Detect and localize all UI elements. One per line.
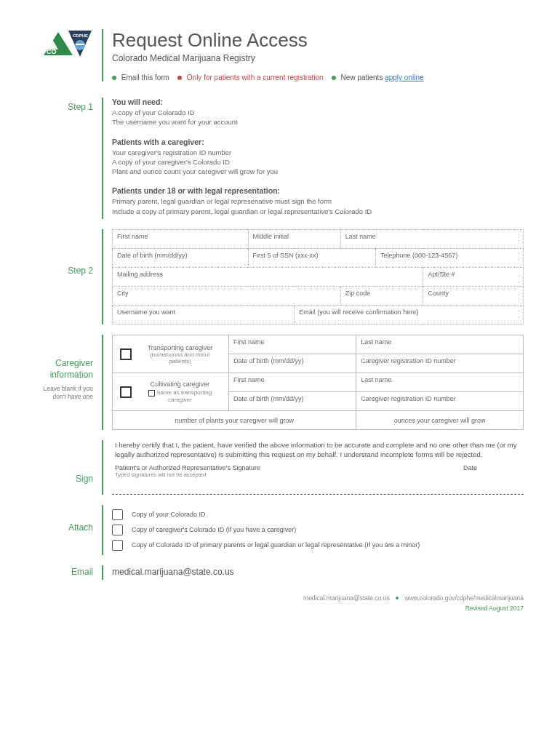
- patient-info-table: First name Middle initial Last name Date…: [112, 229, 524, 324]
- cdphe-logo-icon: CDPHE CO: [42, 29, 93, 67]
- attach-item-label: Copy of Colorado ID of primary parents o…: [132, 541, 420, 549]
- apply-online-link[interactable]: apply online: [385, 73, 423, 81]
- attach-checkbox[interactable]: [112, 525, 123, 535]
- sign-label: Sign: [36, 474, 93, 484]
- caregiver-line: A copy of your caregiver's Colorado ID: [112, 157, 524, 167]
- email-section: Email medical.marijuana@state.co.us: [36, 565, 524, 580]
- ssn-field[interactable]: First 5 of SSN (xxx-xx): [248, 249, 375, 268]
- footer-url: www.colorado.gov/cdphe/medicalmarijuana: [405, 594, 524, 602]
- svg-rect-6: [76, 44, 84, 45]
- caregiver-block: Patients with a caregiver: Your caregive…: [112, 138, 524, 177]
- under18-block: Patients under 18 or with legal represen…: [112, 186, 524, 216]
- zip-field[interactable]: Zip code: [340, 287, 423, 306]
- sign-content: I hereby certify that I, the patient, ha…: [112, 440, 524, 495]
- step1-content: You will need: A copy of your Colorado I…: [112, 97, 524, 219]
- same-as-label: Same as transporting caregiver: [156, 389, 212, 402]
- cultivating-last-name-field[interactable]: Last name: [356, 373, 524, 392]
- bullet-email-form: Email this form: [121, 73, 169, 81]
- transporting-dob-field[interactable]: Date of birth (mm/dd/yy): [229, 354, 356, 373]
- under18-line: Primary parent, legal guardian or legal …: [112, 196, 524, 206]
- step1-section: Step 1 You will need: A copy of your Col…: [36, 97, 524, 219]
- middle-initial-field[interactable]: Middle initial: [248, 230, 340, 249]
- county-field[interactable]: County: [423, 287, 524, 306]
- caregiver-section: Caregiver information Leave blank if you…: [36, 335, 524, 430]
- caregiver-sublabel: Leave blank if you don't have one: [36, 385, 93, 401]
- vertical-divider: [102, 565, 103, 580]
- under18-heading: Patients under 18 or with legal represen…: [112, 186, 524, 195]
- need-line: The username you want for your account: [112, 117, 524, 127]
- transporting-checkbox[interactable]: [120, 348, 132, 360]
- attach-section: Attach Copy of your Colorado ID Copy of …: [36, 505, 524, 555]
- transporting-title: Transporting caregiver: [139, 344, 221, 351]
- username-field[interactable]: Username you want: [113, 306, 295, 324]
- plants-field[interactable]: number of plants your caregiver will gro…: [113, 411, 356, 430]
- apt-field[interactable]: Apt/Ste #: [423, 268, 524, 287]
- page-footer: medical.marijuana@state.co.us www.colora…: [36, 594, 524, 612]
- attach-label: Attach: [36, 522, 93, 533]
- attach-item: Copy of caregiver's Colorado ID (if you …: [112, 525, 524, 535]
- attach-checkbox[interactable]: [112, 509, 123, 520]
- header-bullets: Email this form Only for patients with a…: [112, 73, 524, 81]
- bullet-current-only: Only for patients with a current registr…: [187, 73, 324, 81]
- vertical-divider: [102, 335, 103, 430]
- same-as-checkbox[interactable]: [148, 390, 155, 397]
- caregiver-table: Transporting caregiver (homebound and mi…: [112, 335, 524, 430]
- cultivating-regid-field[interactable]: Caregiver registration ID number: [356, 392, 524, 411]
- page-title: Request Online Access: [112, 29, 524, 52]
- step2-label: Step 2: [36, 266, 93, 276]
- attach-item: Copy of Colorado ID of primary parents o…: [112, 540, 524, 551]
- attach-item: Copy of your Colorado ID: [112, 509, 524, 520]
- svg-text:CO: CO: [47, 48, 57, 55]
- transporting-sub: (homebound and minor patients): [139, 351, 221, 364]
- bullet-new-patients-prefix: New patients: [341, 73, 385, 81]
- signature-label: Patient's or Authorized Representative's…: [115, 464, 260, 471]
- email-content: medical.marijuana@state.co.us: [112, 565, 524, 580]
- transporting-first-name-field[interactable]: First name: [229, 335, 356, 354]
- email-label: Email: [36, 567, 93, 577]
- step2-section: Step 2 First name Middle initial Last na…: [36, 229, 524, 324]
- sign-label-col: Sign: [36, 440, 102, 495]
- last-name-field[interactable]: Last name: [340, 230, 523, 249]
- page-subtitle: Colorado Medical Marijuana Registry: [112, 53, 524, 63]
- city-field[interactable]: City: [113, 287, 341, 306]
- caregiver-label: Caregiver information: [36, 358, 93, 381]
- attach-item-label: Copy of caregiver's Colorado ID (if you …: [132, 526, 296, 533]
- step1-label-col: Step 1: [36, 97, 102, 219]
- vertical-divider: [102, 229, 103, 324]
- attach-checkbox[interactable]: [112, 540, 123, 551]
- step2-content: First name Middle initial Last name Date…: [112, 229, 524, 324]
- cultivating-first-name-field[interactable]: First name: [229, 373, 356, 392]
- cultivating-caregiver-cell: Cultivating caregiver Same as transporti…: [113, 373, 229, 411]
- cultivating-title: Cultivating caregiver: [139, 381, 221, 388]
- email-address: medical.marijuana@state.co.us: [112, 565, 524, 577]
- transporting-regid-field[interactable]: Caregiver registration ID number: [356, 354, 524, 373]
- need-line: A copy of your Colorado ID: [112, 108, 524, 117]
- bullet-dot-icon: [112, 76, 116, 80]
- mailing-address-field[interactable]: Mailing address: [113, 268, 423, 287]
- signature-line[interactable]: [112, 494, 524, 495]
- email-label-col: Email: [36, 565, 102, 580]
- ounces-field[interactable]: ounces your caregiver will grow: [356, 411, 524, 430]
- date-label: Date: [463, 464, 477, 471]
- dob-field[interactable]: Date of birth (mm/dd/yy): [113, 249, 249, 268]
- transporting-last-name-field[interactable]: Last name: [356, 335, 524, 354]
- bullet-dot-icon: [177, 76, 182, 80]
- caregiver-heading: Patients with a caregiver:: [112, 138, 524, 146]
- phone-field[interactable]: Telephone (000-123-4567): [376, 249, 524, 268]
- vertical-divider: [102, 505, 103, 555]
- signature-note: Typed signatures will not be accepted: [112, 471, 524, 478]
- footer-dot-icon: [396, 597, 399, 599]
- email-field[interactable]: Email (you will receive confirmation her…: [295, 306, 524, 324]
- under18-line: Include a copy of primary parent, legal …: [112, 207, 524, 216]
- first-name-field[interactable]: First name: [113, 230, 249, 249]
- attach-label-col: Attach: [36, 505, 102, 555]
- cultivating-checkbox[interactable]: [120, 386, 132, 398]
- you-will-need-block: You will need: A copy of your Colorado I…: [112, 97, 524, 127]
- attach-item-label: Copy of your Colorado ID: [132, 511, 206, 518]
- transporting-caregiver-cell: Transporting caregiver (homebound and mi…: [113, 335, 229, 373]
- cultivating-dob-field[interactable]: Date of birth (mm/dd/yy): [229, 392, 356, 411]
- caregiver-label-col: Caregiver information Leave blank if you…: [36, 335, 102, 430]
- logo-column: CDPHE CO: [36, 29, 102, 67]
- vertical-divider: [102, 97, 103, 219]
- header-content: Request Online Access Colorado Medical M…: [112, 29, 524, 81]
